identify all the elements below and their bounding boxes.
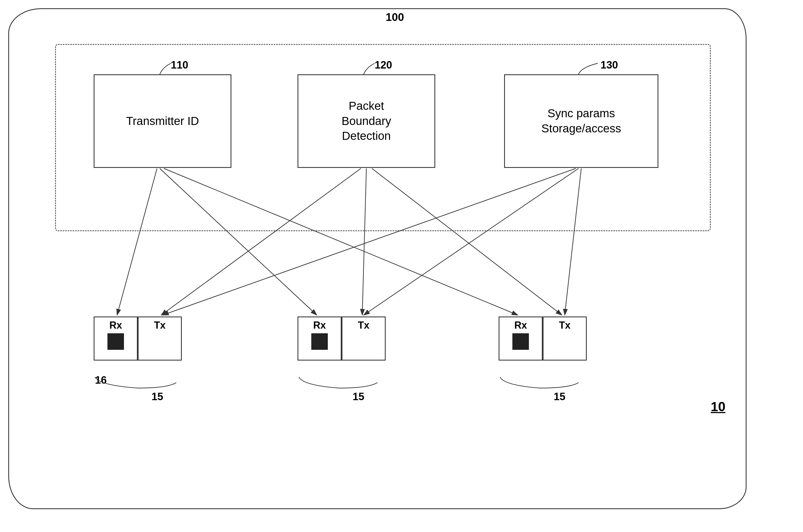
node-group-2: Rx Tx (297, 317, 386, 361)
node2-tx: Tx (342, 317, 386, 361)
node1-tx: Tx (138, 317, 182, 361)
diagram-canvas: 100 10 Transmitter ID 110 PacketBoundary… (0, 0, 803, 532)
label-120: 120 (375, 59, 392, 71)
node1-rx-icon (107, 333, 124, 350)
label-100: 100 (386, 11, 404, 23)
node2-rx-label: Rx (313, 320, 326, 331)
node2-label-15: 15 (352, 391, 364, 403)
node-group-3: Rx Tx (498, 317, 587, 361)
node1-label-16: 16 (95, 374, 107, 386)
label-130: 130 (601, 59, 618, 71)
node3-label-15: 15 (554, 391, 565, 403)
transmitter-id-label: Transmitter ID (126, 114, 199, 129)
node2-rx: Rx (297, 317, 342, 361)
module-packet-boundary: PacketBoundaryDetection (297, 74, 435, 168)
node3-rx-label: Rx (514, 320, 527, 331)
node2-rx-icon (311, 333, 328, 350)
node3-rx-icon (512, 333, 529, 350)
node3-tx: Tx (543, 317, 587, 361)
node-group-1: Rx Tx (94, 317, 182, 361)
node3-tx-label: Tx (559, 320, 570, 331)
node1-rx: Rx (94, 317, 138, 361)
packet-boundary-label: PacketBoundaryDetection (342, 98, 391, 144)
node3-rx: Rx (498, 317, 543, 361)
label-figure: 10 (711, 399, 725, 414)
node1-rx-label: Rx (109, 320, 122, 331)
module-transmitter-id: Transmitter ID (94, 74, 232, 168)
node2-tx-label: Tx (358, 320, 369, 331)
label-110: 110 (171, 59, 188, 71)
node1-tx-label: Tx (154, 320, 166, 331)
module-sync-params: Sync paramsStorage/access (504, 74, 658, 168)
sync-params-label: Sync paramsStorage/access (541, 106, 621, 136)
node1-label-15: 15 (151, 391, 163, 403)
